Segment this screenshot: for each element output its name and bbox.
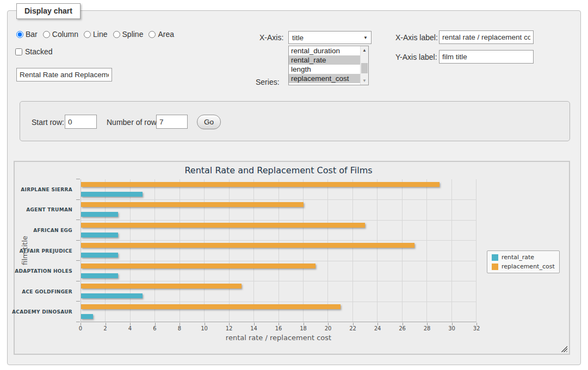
chart-band bbox=[81, 199, 476, 220]
bar-rental_rate bbox=[81, 192, 143, 197]
x-tick-label: 30 bbox=[448, 325, 455, 331]
x-tick-label: 10 bbox=[201, 325, 208, 331]
bar-rental_rate bbox=[81, 314, 93, 319]
series-option-replacement_cost[interactable]: replacement_cost bbox=[289, 74, 360, 83]
radio-line[interactable] bbox=[84, 31, 91, 38]
x-tick-label: 32 bbox=[473, 325, 480, 331]
x-tick-label: 12 bbox=[226, 325, 233, 331]
radio-label: Spline bbox=[122, 30, 144, 39]
bar-rental_rate bbox=[81, 253, 118, 258]
chart-type-option-column[interactable]: Column bbox=[43, 30, 78, 39]
x-tick-label: 8 bbox=[178, 325, 181, 331]
start-row-input[interactable] bbox=[65, 115, 97, 129]
chart-title: Rental Rate and Replacement Cost of Film… bbox=[81, 165, 476, 175]
legend-label: replacement_cost bbox=[502, 263, 555, 270]
tick-mark bbox=[76, 240, 80, 241]
tick-mark bbox=[76, 220, 80, 220]
chevron-down-icon: ▼ bbox=[363, 35, 368, 40]
legend-swatch bbox=[492, 254, 498, 261]
series-options: rental_durationrental_ratelengthreplacem… bbox=[289, 46, 360, 85]
x-tick-label: 16 bbox=[275, 325, 282, 331]
chart-band bbox=[81, 281, 476, 301]
scrollbar-thumb[interactable] bbox=[361, 63, 368, 73]
series-listbox[interactable]: rental_durationrental_ratelengthreplacem… bbox=[288, 46, 369, 85]
bar-replacement_cost bbox=[81, 223, 365, 228]
series-option-rental_rate[interactable]: rental_rate bbox=[289, 55, 360, 65]
bar-replacement_cost bbox=[81, 284, 242, 289]
bar-replacement_cost bbox=[81, 264, 315, 268]
chart-band bbox=[81, 261, 476, 281]
bar-rental_rate bbox=[81, 212, 118, 217]
bar-replacement_cost bbox=[81, 304, 341, 309]
resize-handle-icon[interactable] bbox=[561, 346, 567, 352]
tick-mark bbox=[76, 260, 80, 261]
category-axis-labels: AIRPLANE SIERRAAGENT TRUMANAFRICAN EGGAF… bbox=[15, 179, 77, 322]
radio-label: Line bbox=[93, 30, 107, 39]
bar-rental_rate bbox=[81, 273, 118, 278]
stacked-checkbox-label[interactable]: Stacked bbox=[15, 47, 53, 56]
chart-band bbox=[81, 220, 476, 240]
x-axis-label-input[interactable] bbox=[439, 30, 534, 44]
x-tick-label: 4 bbox=[128, 325, 132, 331]
x-axis-select[interactable]: title ▼ bbox=[288, 31, 372, 44]
category-label: ACADEMY DINOSAUR bbox=[12, 309, 72, 315]
y-axis-label-input[interactable] bbox=[439, 50, 534, 64]
tick-mark bbox=[76, 199, 80, 200]
category-label: AFRICAN EGG bbox=[33, 228, 72, 233]
tick-mark bbox=[76, 301, 80, 302]
rows-panel bbox=[20, 101, 570, 141]
legend-label: rental_rate bbox=[502, 254, 534, 261]
legend-item-rental_rate[interactable]: rental_rate bbox=[492, 254, 555, 261]
tick-mark bbox=[76, 322, 80, 322]
y-axis-field-label: Y-Axis label: bbox=[395, 53, 437, 61]
chart-type-option-area[interactable]: Area bbox=[148, 30, 174, 39]
chart-type-option-bar[interactable]: Bar bbox=[16, 30, 38, 39]
chart-band bbox=[81, 179, 476, 199]
x-axis-field-label: X-Axis label: bbox=[395, 33, 438, 42]
series-scrollbar[interactable]: ▲ ▼ bbox=[360, 46, 368, 85]
chart-band bbox=[81, 240, 476, 260]
chart-legend: rental_ratereplacement_cost bbox=[487, 250, 560, 273]
bar-replacement_cost bbox=[81, 182, 440, 187]
radio-label: Bar bbox=[26, 30, 38, 39]
scroll-down-icon[interactable]: ▼ bbox=[361, 77, 368, 85]
series-option-length[interactable]: length bbox=[289, 65, 360, 74]
x-tick-label: 20 bbox=[325, 325, 332, 331]
series-label: Series: bbox=[256, 78, 280, 86]
bar-replacement_cost bbox=[81, 202, 304, 207]
y-axis-ticks bbox=[76, 179, 81, 322]
category-label: AIRPLANE SIERRA bbox=[21, 187, 72, 192]
category-label: AFFAIR PREJUDICE bbox=[20, 248, 72, 254]
x-tick-label: 26 bbox=[399, 325, 406, 331]
x-tick-label: 18 bbox=[300, 325, 307, 331]
stacked-checkbox[interactable] bbox=[15, 48, 22, 55]
scroll-up-icon[interactable]: ▲ bbox=[361, 46, 368, 54]
radio-bar[interactable] bbox=[16, 31, 23, 38]
x-tick-label: 22 bbox=[349, 325, 356, 331]
go-button[interactable]: Go bbox=[197, 115, 221, 129]
x-axis-select-label: X-Axis: bbox=[259, 33, 283, 42]
x-tick-label: 28 bbox=[424, 325, 431, 331]
legend-item-replacement_cost[interactable]: replacement_cost bbox=[492, 263, 555, 270]
category-label: ADAPTATION HOLES bbox=[15, 268, 72, 274]
series-option-rental_duration[interactable]: rental_duration bbox=[289, 46, 360, 55]
scrollbar-track[interactable] bbox=[361, 54, 368, 77]
legend-swatch bbox=[492, 264, 498, 270]
num-rows-input[interactable] bbox=[156, 115, 188, 129]
x-axis-tick-labels: 02468101214161820222426283032 bbox=[81, 325, 476, 332]
x-tick-label: 2 bbox=[103, 325, 107, 331]
x-axis-selected-value: title bbox=[292, 34, 363, 42]
chart-title-input[interactable] bbox=[16, 68, 112, 81]
category-label: ACE GOLDFINGER bbox=[22, 289, 72, 294]
chart-band bbox=[81, 302, 476, 322]
radio-column[interactable] bbox=[43, 31, 50, 38]
radio-label: Column bbox=[52, 30, 78, 39]
plot-area bbox=[81, 179, 476, 322]
radio-spline[interactable] bbox=[113, 31, 120, 38]
chart-type-option-spline[interactable]: Spline bbox=[113, 30, 144, 39]
radio-area[interactable] bbox=[148, 31, 156, 38]
start-row-label: Start row: bbox=[32, 118, 64, 127]
chart-type-option-line[interactable]: Line bbox=[84, 30, 107, 39]
tick-mark bbox=[76, 281, 80, 281]
fieldset-legend: Display chart bbox=[16, 3, 81, 19]
